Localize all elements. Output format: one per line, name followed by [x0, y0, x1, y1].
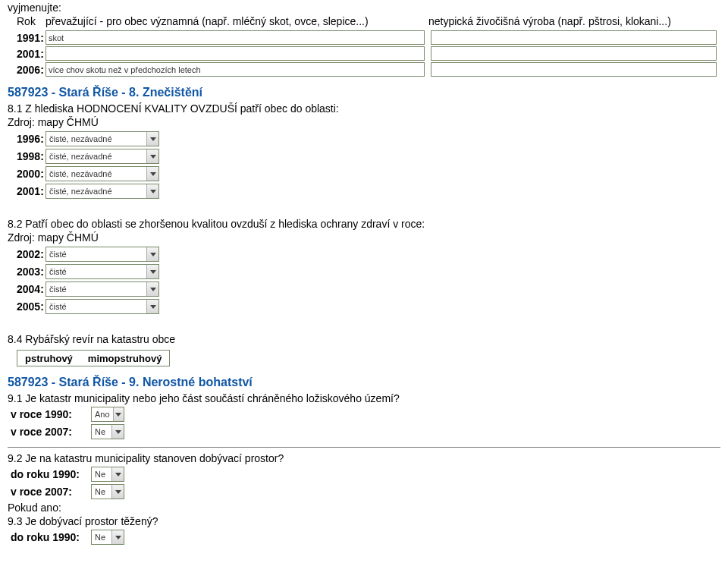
livestock-row: 2006: více chov skotu než v předchozích … — [8, 62, 720, 77]
intro-prevazujici: převažující - pro obec významná (např. m… — [46, 15, 428, 27]
chevron-down-icon — [111, 425, 124, 439]
question-9-2: 9.2 Je na katastru municipality stanoven… — [8, 452, 720, 464]
dd-row: 2005: čisté — [8, 299, 720, 314]
question-8-2: 8.2 Patří obec do oblasti se zhoršenou k… — [8, 218, 720, 230]
air-quality-select[interactable]: čisté, nezávadné — [46, 131, 159, 146]
fishing-district-select[interactable]: pstruhový mimopstruhový — [17, 350, 170, 366]
air-quality-select[interactable]: čisté, nezávadné — [46, 166, 159, 181]
year-label: 2002: — [8, 248, 46, 260]
livestock-left-input[interactable] — [46, 46, 425, 61]
chevron-down-icon — [111, 467, 124, 481]
dd-row: do roku 1990: Ne — [8, 530, 720, 545]
dropdown-value: Ne — [92, 533, 111, 542]
chevron-down-icon — [146, 247, 158, 261]
dd-row: v roce 2007: Ne — [8, 424, 720, 439]
health-zone-select[interactable]: čisté — [46, 299, 159, 314]
livestock-left-input[interactable]: skot — [46, 30, 425, 45]
svg-marker-12 — [115, 536, 121, 539]
dd-row: 2004: čisté — [8, 281, 720, 297]
svg-marker-1 — [150, 155, 156, 159]
dropdown-value: Ne — [92, 470, 111, 479]
svg-marker-4 — [150, 253, 156, 256]
svg-marker-5 — [150, 270, 156, 274]
svg-marker-0 — [150, 137, 156, 141]
mining-area-select[interactable]: Ne — [91, 484, 124, 499]
dd-row: do roku 1990: Ne — [8, 467, 720, 482]
svg-marker-11 — [115, 490, 121, 494]
air-quality-select[interactable]: čisté, nezávadné — [46, 184, 159, 199]
livestock-right-input[interactable] — [431, 30, 717, 45]
health-zone-select[interactable]: čisté — [46, 281, 159, 297]
chevron-down-icon — [146, 132, 158, 146]
year-label: 1991: — [8, 32, 46, 44]
chevron-down-icon — [146, 149, 158, 163]
year-label: v roce 2007: — [8, 426, 91, 438]
livestock-row: 2001: — [8, 46, 720, 61]
question-9-3: 9.3 Je dobývací prostor těžený? — [8, 515, 720, 527]
pokud-ano: Pokud ano: — [8, 502, 720, 514]
source-8-2: Zdroj: mapy ČHMÚ — [8, 231, 720, 244]
year-label: 1998: — [8, 150, 46, 162]
dropdown-value: čisté, nezávadné — [46, 169, 146, 178]
chevron-down-icon — [111, 485, 124, 499]
chevron-down-icon — [146, 282, 158, 296]
year-label: v roce 1990: — [8, 408, 91, 420]
chevron-down-icon — [146, 265, 158, 278]
year-label: v roce 2007: — [8, 486, 91, 498]
question-9-1: 9.1 Je katastr municipality nebo jeho čá… — [8, 392, 720, 404]
dropdown-value: Ano — [92, 410, 113, 419]
mining-area-select[interactable]: Ne — [91, 467, 124, 482]
year-label: do roku 1990: — [8, 468, 91, 480]
health-zone-select[interactable]: čisté — [46, 247, 159, 262]
year-label: 2006: — [8, 64, 46, 76]
svg-marker-8 — [115, 413, 121, 417]
chevron-down-icon — [113, 407, 124, 421]
year-label: 1996: — [8, 133, 46, 145]
dropdown-value: čisté — [46, 285, 146, 294]
source-8-1: Zdroj: mapy ČHMÚ — [8, 116, 720, 128]
livestock-left-input[interactable]: více chov skotu než v předchozích letech — [46, 62, 425, 77]
year-label: 2001: — [8, 48, 46, 60]
deposit-area-select[interactable]: Ano — [91, 407, 124, 422]
dropdown-value: čisté, nezávadné — [46, 134, 146, 143]
option-mimopstruhovy: mimopstruhový — [80, 353, 170, 364]
dd-row: v roce 2007: Ne — [8, 484, 720, 499]
svg-marker-2 — [150, 172, 156, 176]
health-zone-select[interactable]: čisté — [46, 264, 159, 279]
livestock-right-input[interactable] — [431, 46, 717, 61]
dd-row: v roce 1990: Ano — [8, 407, 720, 422]
separator — [8, 447, 720, 448]
section-9-title: 587923 - Stará Říše - 9. Nerostné bohats… — [8, 376, 720, 389]
air-quality-select[interactable]: čisté, nezávadné — [46, 149, 159, 164]
intro-netypicka: netypická živočišná výroba (např. pštros… — [428, 15, 720, 27]
mined-select[interactable]: Ne — [91, 530, 124, 545]
dropdown-value: čisté, nezávadné — [46, 187, 146, 196]
svg-marker-6 — [150, 288, 156, 291]
livestock-row: 1991: skot — [8, 30, 720, 45]
chevron-down-icon — [146, 300, 158, 313]
svg-marker-9 — [115, 430, 121, 434]
dd-row: 2003: čisté — [8, 264, 720, 279]
dropdown-value: čisté — [46, 302, 146, 311]
year-label: 2001: — [8, 185, 46, 197]
year-label: 2000: — [8, 168, 46, 180]
dropdown-value: Ne — [92, 427, 111, 436]
dropdown-value: čisté, nezávadné — [46, 152, 146, 161]
intro-rok: Rok — [8, 15, 46, 27]
option-pstruhovy: pstruhový — [17, 353, 80, 364]
year-label: do roku 1990: — [8, 531, 91, 543]
chevron-down-icon — [146, 167, 158, 181]
dropdown-value: čisté — [46, 250, 146, 259]
dd-row: 2002: čisté — [8, 247, 720, 262]
deposit-area-select[interactable]: Ne — [91, 424, 124, 439]
svg-marker-3 — [150, 190, 156, 193]
year-label: 2005: — [8, 300, 46, 313]
question-8-4: 8.4 Rybářský revír na katastru obce — [8, 333, 720, 345]
dd-row: 2000: čisté, nezávadné — [8, 166, 720, 181]
svg-marker-10 — [115, 473, 121, 476]
chevron-down-icon — [146, 184, 158, 198]
dd-row: 1998: čisté, nezávadné — [8, 149, 720, 164]
chevron-down-icon — [111, 530, 124, 544]
livestock-right-input[interactable] — [431, 62, 717, 77]
dd-row: 2001: čisté, nezávadné — [8, 184, 720, 199]
